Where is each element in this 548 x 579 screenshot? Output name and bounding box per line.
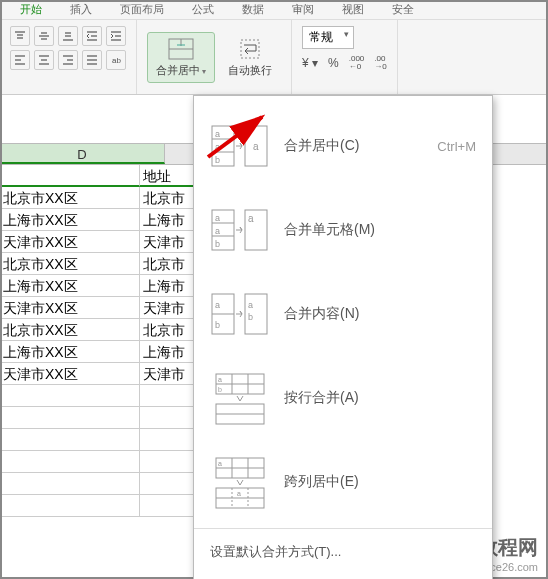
svg-text:a: a — [237, 490, 241, 497]
menu-center-across[interactable]: aa 跨列居中(E) — [194, 440, 492, 524]
decrease-decimal-button[interactable]: .00→0 — [374, 55, 386, 71]
svg-text:a: a — [248, 213, 254, 224]
align-top-icon[interactable] — [10, 26, 30, 46]
svg-text:b: b — [215, 320, 220, 330]
comma-style-button[interactable]: .000←0 — [349, 55, 365, 71]
merge-icon — [167, 37, 195, 61]
tab-review[interactable]: 审阅 — [292, 2, 314, 17]
merge-dropdown-menu: aaba 合并居中(C) Ctrl+M aaba 合并单元格(M) abab 合… — [193, 95, 493, 579]
orientation-icon[interactable]: ab — [106, 50, 126, 70]
menu-merge-by-row[interactable]: ab 按行合并(A) — [194, 356, 492, 440]
tab-data[interactable]: 数据 — [242, 2, 264, 17]
tab-formula[interactable]: 公式 — [192, 2, 214, 17]
merge-content-icon: abab — [210, 286, 270, 342]
menu-shortcut: Ctrl+M — [437, 139, 476, 154]
wrap-text-button[interactable]: 自动换行 — [219, 32, 281, 83]
menu-label: 合并居中(C) — [284, 137, 359, 155]
merge-center-icon: aaba — [210, 118, 270, 174]
menu-label: 跨列居中(E) — [284, 473, 359, 491]
wrap-label: 自动换行 — [228, 63, 272, 78]
menu-merge-cells[interactable]: aaba 合并单元格(M) — [194, 188, 492, 272]
center-across-icon: aa — [210, 454, 270, 510]
wrap-icon — [236, 37, 264, 61]
svg-text:a: a — [218, 460, 222, 467]
percent-button[interactable]: % — [328, 56, 339, 70]
svg-text:a: a — [218, 376, 222, 383]
svg-text:a: a — [248, 300, 253, 310]
svg-text:ab: ab — [112, 56, 121, 65]
currency-button[interactable]: ¥ ▾ — [302, 56, 318, 70]
svg-text:a: a — [215, 129, 220, 139]
merge-center-button[interactable]: 合并居中▾ — [147, 32, 215, 83]
justify-icon[interactable] — [82, 50, 102, 70]
svg-text:a: a — [215, 300, 220, 310]
cell[interactable] — [0, 165, 140, 187]
number-format-combo[interactable]: 常规 — [302, 26, 354, 49]
dropdown-arrow-icon: ▾ — [202, 67, 206, 76]
menu-separator — [194, 528, 492, 529]
ribbon-tabs: 开始 插入 页面布局 公式 数据 审阅 视图 安全 — [0, 0, 548, 20]
align-middle-icon[interactable] — [34, 26, 54, 46]
indent-decrease-icon[interactable] — [82, 26, 102, 46]
tab-layout[interactable]: 页面布局 — [120, 2, 164, 17]
svg-text:b: b — [215, 239, 220, 249]
menu-merge-content[interactable]: abab 合并内容(N) — [194, 272, 492, 356]
merge-wrap-group: 合并居中▾ 自动换行 — [137, 20, 292, 94]
menu-label: 按行合并(A) — [284, 389, 359, 407]
svg-text:a: a — [215, 213, 220, 223]
svg-text:a: a — [215, 142, 220, 152]
align-group: ab — [0, 20, 137, 94]
tab-view[interactable]: 视图 — [342, 2, 364, 17]
tab-safe[interactable]: 安全 — [392, 2, 414, 17]
svg-text:b: b — [215, 155, 220, 165]
svg-text:b: b — [248, 312, 253, 322]
indent-increase-icon[interactable] — [106, 26, 126, 46]
svg-text:a: a — [253, 141, 259, 152]
merge-label: 合并居中 — [156, 64, 200, 76]
align-right-icon[interactable] — [58, 50, 78, 70]
tab-insert[interactable]: 插入 — [70, 2, 92, 17]
tab-start[interactable]: 开始 — [20, 2, 42, 17]
merge-cells-icon: aaba — [210, 202, 270, 258]
col-header-d[interactable]: D — [0, 144, 165, 164]
menu-set-default[interactable]: 设置默认合并方式(T)... — [194, 533, 492, 571]
menu-label: 合并单元格(M) — [284, 221, 375, 239]
number-format-group: 常规 ¥ ▾ % .000←0 .00→0 — [292, 20, 398, 94]
svg-text:b: b — [218, 386, 222, 393]
menu-label: 合并内容(N) — [284, 305, 359, 323]
ribbon-toolbar: ab 合并居中▾ 自动换行 常规 ¥ ▾ % .000←0 .00→0 — [0, 20, 548, 95]
align-left-icon[interactable] — [10, 50, 30, 70]
svg-text:a: a — [215, 226, 220, 236]
align-center-icon[interactable] — [34, 50, 54, 70]
align-bottom-icon[interactable] — [58, 26, 78, 46]
cell[interactable]: 地址 — [140, 165, 195, 187]
menu-merge-center[interactable]: aaba 合并居中(C) Ctrl+M — [194, 104, 492, 188]
merge-row-icon: ab — [210, 370, 270, 426]
